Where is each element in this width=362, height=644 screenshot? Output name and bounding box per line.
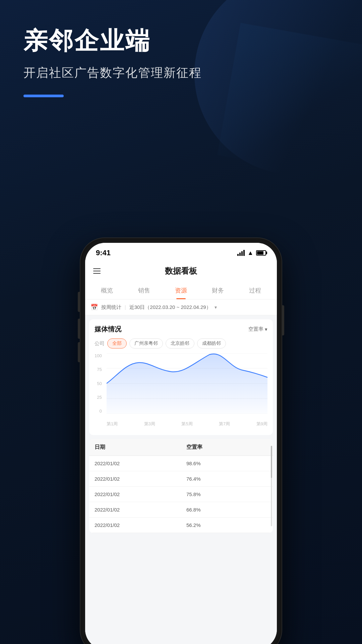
date-range: 近30日（2022.03.20 ~ 2022.04.29）: [129, 304, 211, 311]
hero-section: 亲邻企业端 开启社区广告数字化管理新征程: [0, 0, 362, 97]
card-filter-dropdown[interactable]: 空置率 ▾: [248, 326, 267, 332]
cell-date-2: 2022/01/02: [89, 471, 181, 486]
phone-outer: 9:41 ▲: [80, 238, 282, 644]
nav-tabs: 概览 销售 资源 财务 过程: [85, 282, 277, 300]
table-scrollbar[interactable]: [271, 446, 272, 526]
filter-tags: 公司 全部 广州亲粤邻 北京皓邻 成都皓邻: [95, 338, 267, 348]
main-scroll-area[interactable]: 媒体情况 空置率 ▾ 公司 全部 广州亲粤邻 北京皓邻: [85, 315, 277, 644]
accent-line: [23, 95, 64, 97]
filter-option-label: 空置率: [248, 326, 263, 332]
tag-all[interactable]: 全部: [107, 338, 127, 348]
y-label-50: 50: [95, 381, 102, 386]
table-row: 2022/01/02 76.4%: [89, 471, 273, 487]
tag-guangzhou[interactable]: 广州亲粤邻: [129, 338, 163, 348]
y-label-25: 25: [95, 395, 102, 400]
x-label-w3: 第3周: [144, 421, 155, 427]
hamburger-menu-icon[interactable]: [93, 268, 101, 274]
media-card: 媒体情况 空置率 ▾ 公司 全部 广州亲粤邻 北京皓邻: [89, 319, 273, 435]
status-time: 9:41: [96, 249, 111, 257]
page-title: 数据看板: [165, 266, 197, 276]
cell-rate-1: 98.6%: [181, 456, 273, 471]
wifi-icon: ▲: [247, 250, 253, 257]
tag-chengdu[interactable]: 成都皓邻: [197, 338, 226, 348]
tag-beijing[interactable]: 北京皓邻: [166, 338, 194, 348]
status-bar: 9:41 ▲: [85, 243, 277, 260]
phone-mockup: 9:41 ▲: [80, 238, 282, 644]
table-row: 2022/01/02 75.8%: [89, 487, 273, 502]
x-label-w9: 第9周: [256, 421, 267, 427]
x-label-w1: 第1周: [107, 421, 118, 427]
card-title: 媒体情况: [95, 325, 121, 334]
data-table: 日期 空置率 2022/01/02 98.6% 2022/01/02 76.4%: [89, 439, 273, 533]
cell-rate-2: 76.4%: [181, 471, 273, 486]
table-header: 日期 空置率: [89, 439, 273, 456]
company-label: 公司: [95, 340, 105, 347]
tab-sales[interactable]: 销售: [125, 282, 162, 299]
y-label-0: 0: [95, 409, 102, 414]
col-date-header: 日期: [89, 439, 181, 455]
battery-icon: [256, 250, 266, 256]
stat-type: 按周统计: [101, 304, 121, 311]
chart-area-fill: [107, 354, 267, 414]
table-row: 2022/01/02 66.8%: [89, 502, 273, 518]
phone-inner: 9:41 ▲: [85, 243, 277, 644]
card-header: 媒体情况 空置率 ▾: [95, 325, 267, 334]
scrollbar-thumb: [271, 446, 272, 478]
filter-bar: 📅 按周统计 | 近30日（2022.03.20 ~ 2022.04.29） ▾: [85, 300, 277, 315]
chart-y-axis: 100 75 50 25 0: [95, 353, 105, 414]
calendar-icon: 📅: [90, 304, 98, 311]
cell-date-5: 2022/01/02: [89, 518, 181, 533]
cell-rate-4: 66.8%: [181, 502, 273, 517]
line-chart: 100 75 50 25 0: [95, 353, 267, 427]
chevron-down-icon: ▾: [265, 326, 267, 332]
tab-finance[interactable]: 财务: [199, 282, 236, 299]
tab-resources[interactable]: 资源: [163, 282, 199, 299]
y-label-75: 75: [95, 367, 102, 372]
signal-icon: [237, 250, 245, 256]
chart-svg-container: [107, 353, 267, 414]
table-row: 2022/01/02 98.6%: [89, 456, 273, 471]
app-subtitle: 开启社区广告数字化管理新征程: [23, 65, 339, 81]
cell-rate-3: 75.8%: [181, 487, 273, 502]
phone-screen: 9:41 ▲: [85, 243, 277, 644]
app-title: 亲邻企业端: [23, 27, 339, 55]
cell-rate-5: 56.2%: [181, 518, 273, 533]
tab-process[interactable]: 过程: [237, 282, 274, 299]
table-row: 2022/01/02 56.2%: [89, 518, 273, 533]
status-icons: ▲: [237, 250, 266, 257]
cell-date-4: 2022/01/02: [89, 502, 181, 517]
cell-date-1: 2022/01/02: [89, 456, 181, 471]
tab-overview[interactable]: 概览: [88, 282, 125, 299]
chevron-down-icon[interactable]: ▾: [215, 305, 217, 310]
x-label-w5: 第5周: [181, 421, 192, 427]
x-label-w7: 第7周: [219, 421, 230, 427]
app-header: 数据看板: [85, 260, 277, 282]
cell-date-3: 2022/01/02: [89, 487, 181, 502]
y-label-100: 100: [95, 353, 102, 358]
col-rate-header: 空置率: [181, 439, 273, 455]
chart-x-axis: 第1周 第3周 第5周 第7周 第9周: [107, 420, 267, 427]
chart-svg: [107, 353, 267, 414]
